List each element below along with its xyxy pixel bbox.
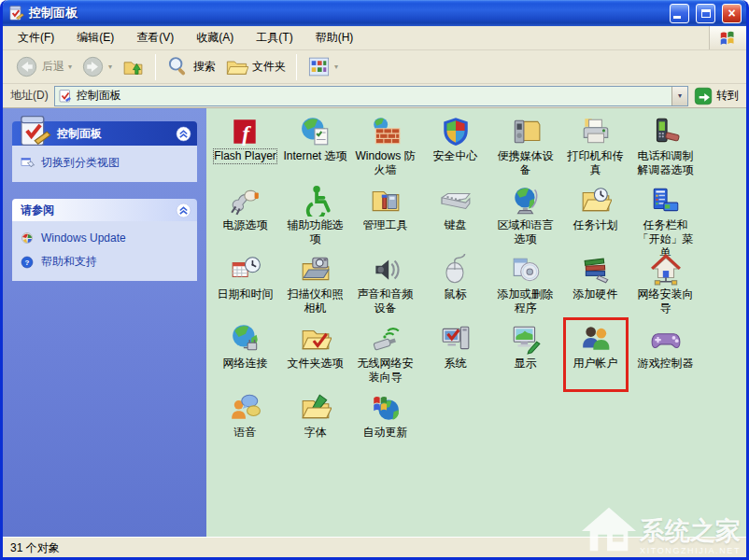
item-label: 扫描仪和照相机 — [283, 287, 348, 315]
internet-options-icon — [300, 116, 332, 147]
item-label: 字体 — [304, 426, 327, 440]
back-label: 后退 — [42, 59, 64, 75]
control-panel-item[interactable]: 网络安装向导 — [630, 251, 700, 320]
sounds-audio-icon — [370, 254, 402, 286]
control-panel-item[interactable]: Internet 选项 — [280, 113, 350, 182]
keyboard-icon — [440, 185, 472, 217]
control-panel-item[interactable]: 用户帐户 — [560, 320, 630, 389]
search-button[interactable]: 搜索 — [162, 53, 220, 80]
control-panel-item[interactable]: 电源选项 — [210, 182, 280, 251]
address-value: 控制面板 — [77, 88, 668, 104]
menu-item[interactable]: 工具(T) — [245, 26, 304, 49]
back-button[interactable]: 后退 ▾ — [10, 53, 77, 80]
menu-item[interactable]: 编辑(E) — [65, 26, 125, 49]
item-label: 鼠标 — [445, 287, 467, 301]
date-time-icon — [230, 254, 261, 286]
sidebar-item-label: Windows Update — [41, 231, 126, 245]
panel-header-see-also[interactable]: 请参阅 — [12, 199, 197, 221]
item-label: Internet 选项 — [283, 149, 346, 163]
up-button[interactable] — [117, 53, 149, 80]
control-panel-item[interactable]: Windows 防火墙 — [350, 113, 420, 182]
control-panel-window: 控制面板 × 文件(F) 编辑(E) 查看(V) 收藏(A) 工具(T) 帮助(… — [0, 0, 749, 560]
control-panel-item[interactable]: 添加硬件 — [560, 251, 630, 320]
control-panel-item[interactable]: 网络连接 — [210, 320, 280, 389]
address-input[interactable]: 控制面板 ▾ — [54, 86, 688, 106]
menu-item[interactable]: 查看(V) — [125, 26, 185, 49]
control-panel-item[interactable]: 任务计划 — [560, 182, 630, 251]
item-label: 系统 — [445, 357, 467, 371]
item-label: 键盘 — [445, 218, 467, 232]
mouse-icon — [440, 254, 472, 286]
forward-icon — [81, 55, 105, 78]
control-panel-item[interactable]: 文件夹选项 — [280, 320, 350, 389]
views-button[interactable]: ▾ — [303, 53, 343, 80]
control-panel-item[interactable]: 辅助功能选项 — [280, 182, 350, 251]
sidebar-item[interactable]: ? 帮助和支持 — [20, 254, 190, 270]
scheduled-tasks-icon — [580, 185, 612, 217]
item-label: 声音和音频设备 — [353, 287, 418, 315]
forward-button[interactable]: ▾ — [77, 53, 117, 80]
control-panel-item[interactable]: 显示 — [490, 320, 560, 389]
control-panel-item[interactable]: 字体 — [280, 389, 350, 458]
control-panel-item[interactable]: 自动更新 — [350, 389, 420, 458]
folders-button[interactable]: 文件夹 — [220, 53, 290, 80]
control-panel-item[interactable]: 区域和语言选项 — [490, 182, 560, 251]
address-dropdown[interactable]: ▾ — [671, 87, 687, 105]
control-panel-item[interactable]: 鼠标 — [420, 251, 490, 320]
sidebar: 控制面板 切换到分类视图 请参阅 — [3, 108, 206, 537]
firewall-icon — [370, 116, 402, 147]
item-label: 日期和时间 — [218, 287, 274, 301]
folder-options-icon — [300, 323, 332, 355]
printers-icon — [580, 116, 612, 147]
go-button[interactable]: 转到 — [694, 87, 739, 105]
maximize-button[interactable] — [696, 4, 715, 23]
sidebar-item[interactable]: Windows Update — [20, 231, 190, 245]
item-label: 管理工具 — [363, 218, 408, 232]
control-panel-item[interactable]: 系统 — [420, 320, 490, 389]
control-panel-item[interactable]: 便携媒体设备 — [490, 113, 560, 182]
control-panel-item[interactable]: 语音 — [210, 389, 280, 458]
menu-item[interactable]: 文件(F) — [7, 26, 65, 49]
flash-player-icon: f — [229, 116, 261, 147]
control-panel-item[interactable]: f Flash Player — [210, 113, 280, 182]
control-panel-item[interactable]: 日期和时间 — [210, 251, 280, 320]
collapse-button[interactable] — [176, 203, 191, 218]
control-panel-item[interactable]: 无线网络安装向导 — [350, 320, 420, 389]
title-bar[interactable]: 控制面板 × — [3, 0, 746, 26]
control-panel-item[interactable]: 添加或删除程序 — [490, 251, 560, 320]
control-panel-item[interactable]: 安全中心 — [420, 113, 490, 182]
window-icon — [7, 5, 24, 21]
views-dropdown-arrow[interactable]: ▾ — [334, 63, 338, 71]
windows-update-icon — [20, 231, 35, 245]
address-icon — [58, 89, 73, 104]
power-options-icon — [230, 185, 261, 217]
back-dropdown-arrow[interactable]: ▾ — [68, 63, 72, 71]
control-panel-item[interactable]: 电话和调制解调器选项 — [630, 113, 700, 182]
control-panel-item[interactable]: 管理工具 — [350, 182, 420, 251]
collapse-button[interactable] — [176, 126, 191, 142]
scanners-cameras-icon — [300, 254, 332, 286]
forward-dropdown-arrow[interactable]: ▾ — [108, 63, 112, 71]
minimize-button[interactable] — [670, 4, 689, 23]
control-panel-item[interactable]: 键盘 — [420, 182, 490, 251]
windows-logo — [709, 26, 746, 49]
folders-icon — [225, 55, 248, 78]
address-label: 地址(D) — [10, 88, 49, 104]
menu-item[interactable]: 收藏(A) — [185, 26, 245, 49]
address-bar: 地址(D) 控制面板 ▾ 转到 — [3, 84, 746, 108]
window-title: 控制面板 — [29, 5, 78, 21]
sidebar-item[interactable]: 切换到分类视图 — [20, 155, 190, 171]
control-panel-item[interactable]: 扫描仪和照相机 — [280, 251, 350, 320]
panel-header-control-panel[interactable]: 控制面板 — [12, 121, 197, 146]
control-panel-item[interactable]: 打印机和传真 — [560, 113, 630, 182]
control-panel-item[interactable]: 声音和音频设备 — [350, 251, 420, 320]
item-label: 语音 — [234, 426, 257, 440]
menu-item[interactable]: 帮助(H) — [304, 26, 365, 49]
control-panel-item[interactable]: 任务栏和「开始」菜单 — [630, 182, 700, 251]
add-hardware-icon — [580, 254, 612, 286]
fonts-icon — [300, 392, 332, 424]
close-button[interactable]: × — [722, 4, 742, 23]
status-bar: 31 个对象 — [3, 537, 746, 557]
control-panel-item[interactable]: 游戏控制器 — [630, 320, 700, 389]
views-icon — [307, 55, 331, 78]
